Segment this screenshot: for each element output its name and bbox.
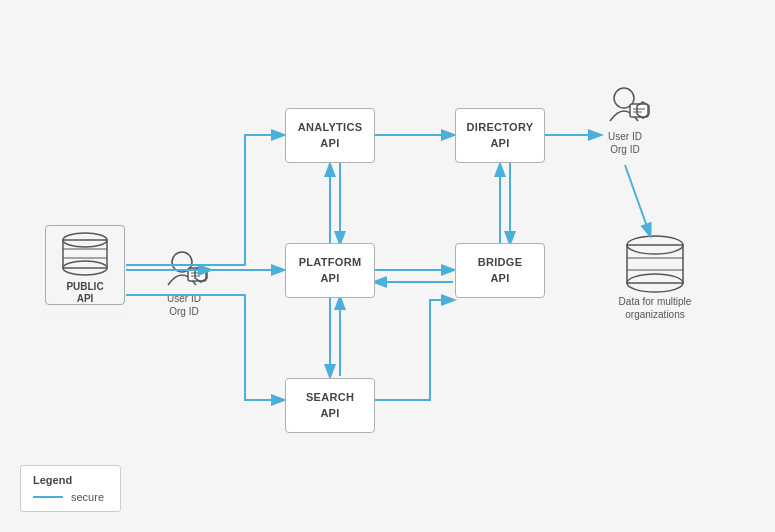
public-api-box	[45, 225, 125, 305]
platform-api-label: PLATFORM API	[299, 255, 362, 286]
bridge-api-box: BRIDGE API	[455, 243, 545, 298]
legend-secure-line	[33, 496, 63, 498]
svg-text:Org ID: Org ID	[610, 144, 639, 155]
diagram-container: PUBLIC API User ID Org ID User ID Org ID	[0, 0, 775, 532]
legend-title: Legend	[33, 474, 104, 486]
svg-text:User ID: User ID	[608, 131, 642, 142]
bridge-api-label: BRIDGE API	[478, 255, 523, 286]
legend-box: Legend secure	[20, 465, 121, 512]
search-api-label: SEARCH API	[306, 390, 354, 421]
analytics-api-box: ANALYTICS API	[285, 108, 375, 163]
search-api-box: SEARCH API	[285, 378, 375, 433]
analytics-api-label: ANALYTICS API	[298, 120, 363, 151]
legend-item-secure: secure	[33, 491, 104, 503]
platform-api-box: PLATFORM API	[285, 243, 375, 298]
svg-text:Data for multiple: Data for multiple	[619, 296, 692, 307]
legend-secure-label: secure	[71, 491, 104, 503]
directory-api-box: DIRECTORY API	[455, 108, 545, 163]
svg-line-41	[625, 165, 650, 235]
directory-api-label: DIRECTORY API	[467, 120, 534, 151]
svg-text:organizations: organizations	[625, 309, 684, 320]
svg-text:Org ID: Org ID	[169, 306, 198, 317]
